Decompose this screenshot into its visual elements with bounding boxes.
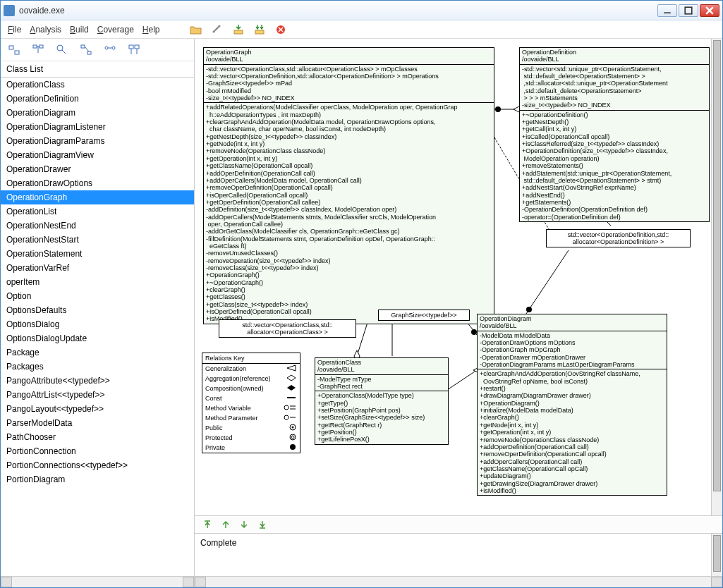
uml-attrs: -std::vector<std::unique_ptr<OperationSt… bbox=[520, 65, 709, 111]
key-row: Method Variable bbox=[202, 403, 300, 413]
svg-rect-8 bbox=[234, 30, 243, 34]
classlist-item[interactable]: OperationGraph bbox=[1, 190, 194, 204]
sidebar-hscrollbar[interactable] bbox=[1, 576, 194, 587]
classlist-item[interactable]: OperationDiagramListener bbox=[1, 120, 194, 134]
sidebar: Class List OperationClassOperationDefini… bbox=[1, 39, 195, 587]
key-row: Const bbox=[202, 393, 300, 403]
classlist-item[interactable]: OperationClass bbox=[1, 78, 194, 92]
uml-operationgraph[interactable]: OperationGraph /oovaide/BLL -std::vector… bbox=[203, 47, 494, 324]
svg-point-19 bbox=[57, 45, 63, 51]
classlist-item[interactable]: OperationDefinition bbox=[1, 92, 194, 106]
classlist-item[interactable]: PangoAttrList<<typedef>> bbox=[1, 388, 194, 402]
svg-point-64 bbox=[290, 444, 296, 450]
classlist-item[interactable]: OperationList bbox=[1, 204, 194, 219]
svg-marker-53 bbox=[287, 385, 296, 391]
sidebar-tool-4-icon[interactable] bbox=[77, 41, 95, 59]
svg-rect-22 bbox=[87, 51, 91, 54]
key-row: Method Parameter bbox=[202, 413, 300, 423]
classlist-item[interactable]: OptionsDialog bbox=[1, 317, 194, 331]
classlist-item[interactable]: PathChooser bbox=[1, 430, 194, 444]
menu-help[interactable]: Help bbox=[142, 25, 160, 35]
classlist-item[interactable]: OperationDrawer bbox=[1, 162, 194, 176]
uml-ops: +addRelatedOperations(ModelClassifier op… bbox=[204, 103, 494, 323]
classlist-item[interactable]: PortionConnection bbox=[1, 444, 194, 458]
nav-first-icon[interactable] bbox=[200, 517, 214, 532]
nav-last-icon[interactable] bbox=[255, 517, 269, 532]
sidebar-tool-3-icon[interactable] bbox=[53, 41, 71, 59]
classlist-item[interactable]: PangoLayout<<typedef>> bbox=[1, 402, 194, 416]
classlist-item[interactable]: Packages bbox=[1, 360, 194, 374]
classlist-item[interactable]: OperationNestEnd bbox=[1, 219, 194, 233]
uml-operationdefinition[interactable]: OperationDefinition /oovaide/BLL -std::v… bbox=[519, 47, 710, 222]
sidebar-tool-5-icon[interactable] bbox=[101, 41, 119, 59]
key-header: Relations Key bbox=[202, 353, 300, 364]
uml-header: OperationClass /oovaide/BLL bbox=[315, 358, 448, 375]
svg-line-23 bbox=[85, 47, 89, 51]
sidebar-tool-2-icon[interactable] bbox=[29, 41, 47, 59]
minimize-button[interactable] bbox=[657, 4, 677, 17]
svg-line-47 bbox=[526, 250, 569, 314]
classlist-item[interactable]: Option bbox=[1, 289, 194, 303]
stop-icon[interactable] bbox=[273, 22, 288, 37]
classlist-item[interactable]: OperationVarRef bbox=[1, 261, 194, 275]
nav-up-icon[interactable] bbox=[219, 517, 233, 532]
menu-coverage[interactable]: Coverage bbox=[97, 25, 134, 35]
diagram-canvas[interactable]: OperationGraph /oovaide/BLL -std::vector… bbox=[195, 39, 711, 515]
classlist-item[interactable]: ParserModelData bbox=[1, 416, 194, 430]
status-vscrollbar[interactable] bbox=[711, 534, 722, 576]
window-title: oovaide.exe bbox=[19, 6, 657, 16]
sidebar-tool-6-icon[interactable] bbox=[125, 41, 143, 59]
settings-icon[interactable] bbox=[209, 22, 225, 37]
svg-rect-13 bbox=[9, 46, 13, 49]
classlist-item[interactable]: operItem bbox=[1, 275, 194, 289]
uml-graphsize[interactable]: GraphSize<<typedef>> bbox=[378, 310, 470, 321]
status-output: Complete bbox=[195, 534, 711, 576]
sidebar-tool-1-icon[interactable] bbox=[5, 41, 23, 59]
app-icon bbox=[4, 5, 15, 16]
svg-point-61 bbox=[292, 427, 294, 429]
classlist-item[interactable]: OperationDiagramParams bbox=[1, 134, 194, 148]
uml-attrs: -std::vector<OperationClass,std::allocat… bbox=[204, 65, 494, 104]
classlist-item[interactable]: OptionsDefaults bbox=[1, 303, 194, 317]
main-hscrollbar[interactable] bbox=[195, 576, 722, 587]
svg-point-32 bbox=[495, 106, 501, 112]
build-down2-icon[interactable] bbox=[252, 22, 267, 37]
close-button[interactable] bbox=[700, 4, 719, 17]
svg-marker-52 bbox=[287, 375, 296, 381]
nav-toolbar bbox=[195, 515, 722, 534]
maximize-button[interactable] bbox=[679, 4, 698, 17]
classlist-item[interactable]: PortionDiagram bbox=[1, 472, 194, 486]
open-folder-icon[interactable] bbox=[188, 22, 204, 37]
classlist-item[interactable]: PangoAttribute<<typedef>> bbox=[1, 374, 194, 388]
classlist-item[interactable]: OptionsDialogUpdate bbox=[1, 331, 194, 345]
main-area: OperationGraph /oovaide/BLL -std::vector… bbox=[195, 39, 722, 587]
classlist-item[interactable]: OperationDiagram bbox=[1, 106, 194, 120]
classlist-item[interactable]: PortionConnections<<typedef>> bbox=[1, 458, 194, 472]
uml-vec-opdef[interactable]: std::vector<OperationDefinition,std:: al… bbox=[546, 229, 691, 247]
key-row: Composition(owned) bbox=[202, 384, 300, 393]
uml-ops: +~OperationDefinition() +getNestDepth() … bbox=[520, 111, 709, 221]
classlist-item[interactable]: OperationNestStart bbox=[1, 233, 194, 247]
menu-analysis[interactable]: Analysis bbox=[30, 25, 61, 35]
relations-key: Relations Key GeneralizationAggregation(… bbox=[202, 353, 300, 453]
menu-build[interactable]: Build bbox=[70, 25, 89, 35]
svg-point-7 bbox=[212, 30, 214, 32]
titlebar: oovaide.exe bbox=[1, 1, 722, 20]
build-down-icon[interactable] bbox=[231, 22, 246, 37]
key-row: Aggregation(reference) bbox=[202, 374, 300, 384]
nav-down-icon[interactable] bbox=[237, 517, 251, 532]
uml-operationdiagram[interactable]: OperationDiagram /oovaide/BLL -ModelData… bbox=[477, 314, 667, 496]
uml-operationclass[interactable]: OperationClass /oovaide/BLL -ModelType m… bbox=[315, 357, 449, 445]
key-row: Protected bbox=[202, 433, 300, 443]
key-row: Generalization bbox=[202, 364, 300, 374]
classlist-item[interactable]: OperationDiagramView bbox=[1, 148, 194, 162]
classlist-item[interactable]: Package bbox=[1, 345, 194, 360]
classlist[interactable]: OperationClassOperationDefinitionOperati… bbox=[1, 78, 194, 576]
canvas-vscrollbar[interactable] bbox=[711, 39, 722, 515]
menu-file[interactable]: File bbox=[8, 25, 21, 35]
key-row: Public bbox=[202, 423, 300, 433]
svg-point-55 bbox=[284, 405, 288, 410]
uml-vec-opclass[interactable]: std::vector<OperationClass,std:: allocat… bbox=[219, 319, 356, 338]
classlist-item[interactable]: OperationStatement bbox=[1, 247, 194, 261]
classlist-item[interactable]: OperationDrawOptions bbox=[1, 176, 194, 190]
